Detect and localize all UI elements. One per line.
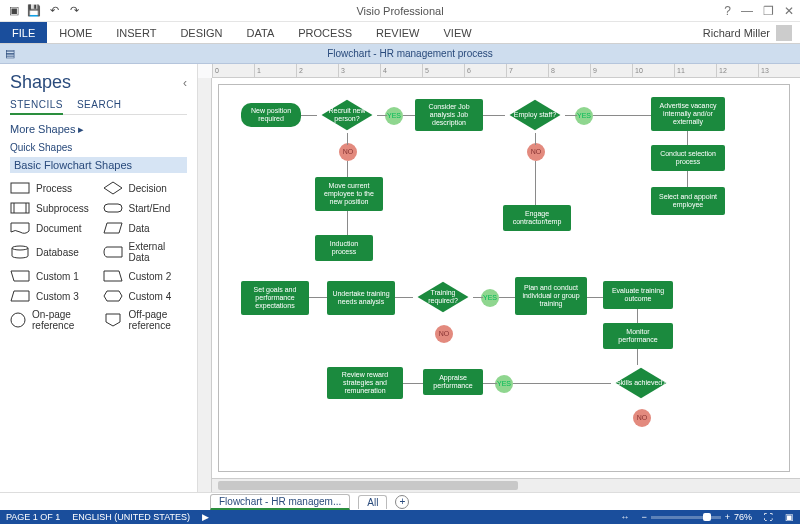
node-conduct-selection[interactable]: Conduct selection process bbox=[651, 145, 725, 171]
close-icon[interactable]: ✕ bbox=[784, 4, 794, 18]
circle-icon bbox=[10, 312, 26, 328]
yes-badge[interactable]: YES bbox=[495, 375, 513, 393]
node-set-goals[interactable]: Set goals and performance expectations bbox=[241, 281, 309, 315]
save-icon[interactable]: 💾 bbox=[26, 3, 42, 19]
tab-data[interactable]: DATA bbox=[235, 22, 287, 43]
svg-point-12 bbox=[11, 313, 25, 327]
view-width-icon[interactable]: ↔ bbox=[620, 512, 629, 522]
no-badge[interactable]: NO bbox=[435, 325, 453, 343]
shape-offpage[interactable]: Off-page reference bbox=[103, 309, 188, 331]
diamond-icon bbox=[103, 181, 123, 195]
language-indicator[interactable]: ENGLISH (UNITED STATES) bbox=[72, 512, 190, 522]
zoom-knob[interactable] bbox=[703, 513, 711, 521]
status-bar: PAGE 1 OF 1 ENGLISH (UNITED STATES) ▶ ↔ … bbox=[0, 510, 800, 524]
help-icon[interactable]: ? bbox=[724, 4, 731, 18]
sheet-tab-flowchart[interactable]: Flowchart - HR managem... bbox=[210, 494, 350, 510]
shape-custom2[interactable]: Custom 2 bbox=[103, 269, 188, 283]
shape-custom3[interactable]: Custom 3 bbox=[10, 289, 95, 303]
macro-icon[interactable]: ▶ bbox=[202, 512, 209, 522]
shape-process[interactable]: Process bbox=[10, 181, 95, 195]
shape-label: Start/End bbox=[129, 203, 171, 214]
zoom-in-icon[interactable]: + bbox=[725, 512, 730, 522]
no-badge[interactable]: NO bbox=[339, 143, 357, 161]
scrollbar-thumb[interactable] bbox=[218, 481, 518, 490]
zoom-control[interactable]: − + 76% bbox=[641, 512, 752, 522]
tab-process[interactable]: PROCESS bbox=[286, 22, 364, 43]
node-engage-contractor[interactable]: Engage contractor/temp bbox=[503, 205, 571, 231]
shape-database[interactable]: Database bbox=[10, 241, 95, 263]
collapse-icon[interactable]: ‹ bbox=[183, 76, 187, 90]
horizontal-scrollbar[interactable] bbox=[212, 478, 800, 492]
node-monitor-performance[interactable]: Monitor performance bbox=[603, 323, 673, 349]
node-evaluate-training[interactable]: Evaluate training outcome bbox=[603, 281, 673, 309]
shape-startend[interactable]: Start/End bbox=[103, 201, 188, 215]
node-recruit-new[interactable]: Recruit new person? bbox=[317, 97, 377, 133]
zoom-out-icon[interactable]: − bbox=[641, 512, 646, 522]
offpage-icon bbox=[103, 313, 123, 327]
drawing-page[interactable]: New position required Recruit new person… bbox=[218, 84, 790, 472]
tab-review[interactable]: REVIEW bbox=[364, 22, 431, 43]
tab-search[interactable]: SEARCH bbox=[77, 99, 122, 110]
node-review-reward[interactable]: Review reward strategies and remuneratio… bbox=[327, 367, 403, 399]
page-indicator[interactable]: PAGE 1 OF 1 bbox=[6, 512, 60, 522]
node-move-employee[interactable]: Move current employee to the new positio… bbox=[315, 177, 383, 211]
zoom-slider[interactable] bbox=[651, 516, 721, 519]
node-training-required[interactable]: Training required? bbox=[413, 279, 473, 315]
shape-subprocess[interactable]: Subprocess bbox=[10, 201, 95, 215]
tab-design[interactable]: DESIGN bbox=[168, 22, 234, 43]
shape-document[interactable]: Document bbox=[10, 221, 95, 235]
quick-shapes-link[interactable]: Quick Shapes bbox=[10, 142, 187, 153]
document-icon bbox=[10, 221, 30, 235]
redo-icon[interactable]: ↷ bbox=[66, 3, 82, 19]
node-training-needs[interactable]: Undertake training needs analysis bbox=[327, 281, 395, 315]
ruler-tick: 11 bbox=[674, 64, 716, 77]
svg-marker-9 bbox=[104, 271, 122, 281]
shape-data[interactable]: Data bbox=[103, 221, 188, 235]
node-advertise[interactable]: Advertise vacancy internally and/or exte… bbox=[651, 97, 725, 131]
shape-onpage[interactable]: On-page reference bbox=[10, 309, 95, 331]
drawing-canvas[interactable]: New position required Recruit new person… bbox=[212, 78, 800, 478]
svg-marker-13 bbox=[106, 314, 120, 326]
node-induction[interactable]: Induction process bbox=[315, 235, 373, 261]
shape-external[interactable]: External Data bbox=[103, 241, 188, 263]
zoom-level[interactable]: 76% bbox=[734, 512, 752, 522]
ruler-tick: 9 bbox=[590, 64, 632, 77]
restore-icon[interactable]: ❐ bbox=[763, 4, 774, 18]
node-new-position[interactable]: New position required bbox=[241, 103, 301, 127]
user-menu[interactable]: Richard Miller bbox=[695, 22, 800, 43]
sheet-tab-all[interactable]: All bbox=[358, 495, 387, 509]
yes-badge[interactable]: YES bbox=[575, 107, 593, 125]
no-badge[interactable]: NO bbox=[527, 143, 545, 161]
yes-badge[interactable]: YES bbox=[385, 107, 403, 125]
fullscreen-icon[interactable]: ▣ bbox=[785, 512, 794, 522]
tab-view[interactable]: VIEW bbox=[431, 22, 483, 43]
tab-insert[interactable]: INSERT bbox=[104, 22, 168, 43]
custom3-icon bbox=[10, 289, 30, 303]
node-plan-training[interactable]: Plan and conduct individual or group tra… bbox=[515, 277, 587, 315]
file-tab[interactable]: FILE bbox=[0, 22, 47, 43]
yes-badge[interactable]: YES bbox=[481, 289, 499, 307]
undo-icon[interactable]: ↶ bbox=[46, 3, 62, 19]
node-employ-staff[interactable]: Employ staff? bbox=[505, 97, 565, 133]
rect-icon bbox=[10, 181, 30, 195]
node-consider-job[interactable]: Consider Job analysis Job description bbox=[415, 99, 483, 131]
fit-page-icon[interactable]: ⛶ bbox=[764, 512, 773, 522]
shape-label: Data bbox=[129, 223, 150, 234]
tab-home[interactable]: HOME bbox=[47, 22, 104, 43]
minimize-icon[interactable]: — bbox=[741, 4, 753, 18]
add-sheet-button[interactable]: + bbox=[395, 495, 409, 509]
selected-stencil[interactable]: Basic Flowchart Shapes bbox=[10, 157, 187, 173]
node-appraise[interactable]: Appraise performance bbox=[423, 369, 483, 395]
shape-decision[interactable]: Decision bbox=[103, 181, 188, 195]
ruler-tick: 2 bbox=[296, 64, 338, 77]
no-badge[interactable]: NO bbox=[633, 409, 651, 427]
node-skills-achieved[interactable]: Skills achieved? bbox=[611, 365, 671, 401]
tab-stencils[interactable]: STENCILS bbox=[10, 99, 63, 115]
document-icon[interactable]: ▤ bbox=[0, 47, 20, 60]
more-shapes-link[interactable]: More Shapes ▸ bbox=[10, 123, 187, 136]
shape-custom1[interactable]: Custom 1 bbox=[10, 269, 95, 283]
shape-custom4[interactable]: Custom 4 bbox=[103, 289, 188, 303]
custom1-icon bbox=[10, 269, 30, 283]
node-select-appoint[interactable]: Select and appoint employee bbox=[651, 187, 725, 215]
document-title: Flowchart - HR management process bbox=[20, 48, 800, 59]
